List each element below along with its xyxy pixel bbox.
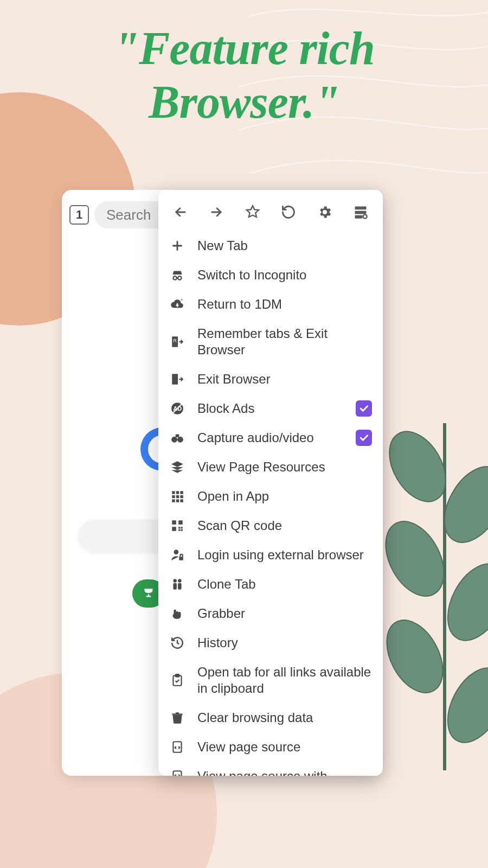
plus-icon: [169, 239, 185, 253]
menu-item-label: Clone Tab: [197, 576, 372, 592]
svg-rect-49: [173, 771, 181, 776]
menu-item-view-source-with[interactable]: 3RD View page source with: [158, 762, 383, 776]
svg-rect-21: [176, 435, 179, 437]
menu-item-incognito[interactable]: Switch to Incognito: [158, 260, 383, 290]
svg-point-38: [174, 550, 179, 554]
menu-item-new-tab[interactable]: New Tab: [158, 231, 383, 260]
svg-rect-47: [172, 713, 183, 714]
svg-rect-43: [178, 583, 182, 590]
forward-button[interactable]: [204, 200, 229, 225]
svg-rect-35: [181, 529, 183, 531]
menu-item-label: New Tab: [197, 238, 372, 254]
menu-item-exit-browser[interactable]: Exit Browser: [158, 365, 383, 394]
menu-item-view-source[interactable]: View page source: [158, 732, 383, 762]
svg-point-19: [171, 437, 177, 443]
exit-icon: [169, 372, 185, 386]
svg-rect-6: [355, 207, 366, 210]
menu-item-label: View page source: [197, 739, 372, 755]
svg-text:+: +: [180, 297, 183, 303]
menu-item-page-resources[interactable]: View Page Resources: [158, 452, 383, 482]
bg-leaf: [385, 423, 488, 770]
svg-rect-33: [172, 527, 176, 531]
server-settings-button[interactable]: [348, 200, 373, 225]
svg-rect-30: [180, 499, 183, 502]
reload-button[interactable]: [276, 200, 301, 225]
menu-toolbar: [158, 190, 383, 229]
settings-button[interactable]: [312, 200, 337, 225]
svg-point-41: [178, 579, 182, 583]
svg-rect-29: [176, 499, 179, 502]
grid-icon: [169, 489, 185, 503]
menu-item-open-clipboard-links[interactable]: Open tab for all links available in clip…: [158, 658, 383, 703]
svg-rect-34: [178, 527, 180, 528]
svg-rect-36: [178, 529, 180, 531]
menu-item-history[interactable]: History: [158, 628, 383, 658]
incognito-icon: [169, 268, 185, 282]
remember-exit-icon: R: [169, 335, 185, 349]
menu-item-open-in-app[interactable]: Open in App: [158, 482, 383, 511]
back-button[interactable]: [168, 200, 193, 225]
people-icon: [169, 577, 185, 591]
binoculars-icon: [169, 431, 185, 445]
browser-app: 1 Search: [62, 190, 382, 776]
headline-line2: Browser.": [0, 75, 488, 129]
svg-rect-27: [180, 495, 183, 498]
svg-point-9: [363, 215, 367, 219]
svg-rect-26: [176, 495, 179, 498]
checkbox-checked[interactable]: [356, 400, 372, 417]
svg-rect-7: [355, 211, 366, 214]
svg-rect-25: [172, 495, 175, 498]
svg-rect-32: [178, 520, 183, 525]
svg-rect-31: [172, 520, 176, 525]
menu-item-remember-exit[interactable]: R Remember tabs & Exit Browser: [158, 319, 383, 365]
overflow-menu: New Tab Switch to Incognito + Return to …: [158, 190, 383, 776]
tab-count-button[interactable]: 1: [69, 205, 89, 225]
cloud-download-icon: +: [169, 297, 185, 311]
svg-rect-37: [181, 527, 183, 528]
menu-item-label: Block Ads: [197, 400, 344, 417]
menu-item-capture-av[interactable]: Capture audio/video: [158, 423, 383, 452]
svg-rect-24: [180, 491, 183, 494]
menu-item-external-login[interactable]: Login using external browser: [158, 540, 383, 570]
adblock-icon: AD: [169, 401, 185, 416]
bookmark-button[interactable]: [240, 200, 265, 225]
menu-item-block-ads[interactable]: AD Block Ads: [158, 394, 383, 423]
svg-rect-23: [176, 491, 179, 494]
svg-point-11: [178, 276, 182, 280]
menu-item-clear-data[interactable]: Clear browsing data: [158, 703, 383, 732]
menu-item-label: Login using external browser: [197, 547, 372, 563]
user-lock-icon: [169, 548, 185, 562]
history-icon: [169, 636, 185, 650]
svg-rect-42: [173, 583, 177, 590]
svg-point-20: [177, 437, 183, 443]
menu-item-label: Exit Browser: [197, 371, 372, 387]
svg-rect-45: [176, 674, 179, 676]
fist-icon: [169, 607, 185, 621]
code-file-3rd-icon: 3RD: [169, 769, 185, 776]
menu-item-return-1dm[interactable]: + Return to 1DM: [158, 290, 383, 319]
layers-icon: [169, 460, 185, 474]
menu-item-clone-tab[interactable]: Clone Tab: [158, 570, 383, 599]
checkbox-checked[interactable]: [356, 430, 372, 446]
menu-item-label: Open in App: [197, 488, 372, 505]
qr-icon: [169, 519, 185, 533]
menu-item-label: View Page Resources: [197, 459, 372, 475]
menu-item-label: Open tab for all links available in clip…: [197, 664, 372, 697]
svg-rect-15: [172, 374, 178, 385]
menu-item-label: Switch to Incognito: [197, 267, 372, 283]
menu-item-label: Clear browsing data: [197, 710, 372, 726]
svg-text:R: R: [173, 338, 176, 343]
menu-item-label: History: [197, 635, 372, 651]
address-bar-placeholder: Search: [106, 207, 151, 224]
menu-item-label: View page source with: [197, 768, 372, 776]
menu-item-label: Capture audio/video: [197, 430, 344, 446]
tab-count-value: 1: [76, 208, 82, 222]
code-file-icon: [169, 740, 185, 754]
menu-item-grabber[interactable]: Grabber: [158, 599, 383, 628]
svg-rect-22: [172, 491, 175, 494]
svg-rect-28: [172, 499, 175, 502]
trash-icon: [169, 711, 185, 725]
promo-headline: "Feature rich Browser.": [0, 22, 488, 129]
svg-point-10: [173, 276, 177, 280]
menu-item-scan-qr[interactable]: Scan QR code: [158, 511, 383, 540]
